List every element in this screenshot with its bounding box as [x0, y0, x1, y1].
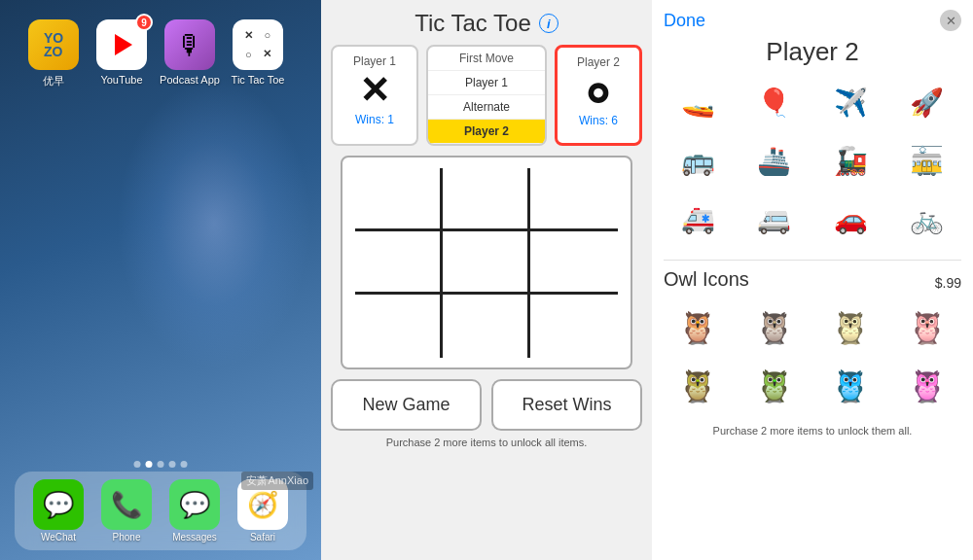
owl-section-price: $.99 — [935, 275, 961, 291]
dock-messages[interactable]: 💬 Messages — [169, 479, 220, 542]
owl-section-title: Owl Icons — [664, 268, 749, 291]
player2-label: Player 2 — [577, 55, 620, 69]
dock-wechat-label: WeChat — [41, 532, 76, 542]
icon-tram[interactable]: 🚋 — [893, 135, 962, 186]
icon-balloon[interactable]: 🎈 — [740, 77, 810, 127]
icon-ambulance[interactable]: 🚑 — [664, 193, 733, 244]
icon-van[interactable]: 🚐 — [740, 193, 810, 244]
cell-5[interactable] — [530, 231, 618, 295]
cell-2[interactable] — [530, 168, 618, 231]
cell-1[interactable] — [443, 168, 530, 231]
dot-5 — [181, 461, 188, 468]
cell-8[interactable] — [530, 295, 618, 358]
dock-safari-label: Safari — [250, 532, 275, 542]
first-move-title: First Move — [428, 47, 545, 71]
icon-boat[interactable]: 🚤 — [664, 77, 733, 127]
youtube-badge: 9 — [135, 14, 153, 31]
fm-player1-option[interactable]: Player 1 — [428, 71, 545, 95]
player2-wins: Wins: 6 — [579, 114, 618, 127]
owl-3[interactable]: 🦉 — [816, 302, 885, 353]
player1-box[interactable]: Player 1 ✕ Wins: 1 — [331, 45, 418, 146]
dock-phone-label: Phone — [113, 532, 141, 542]
game-board[interactable] — [355, 168, 618, 358]
watermark: 安萧AnnXiao — [241, 472, 313, 490]
purchase-text-game: Purchase 2 more items to unlock all item… — [386, 437, 588, 448]
purchase-text-picker: Purchase 2 more items to unlock them all… — [664, 425, 961, 437]
info-icon[interactable]: i — [539, 14, 559, 33]
icon-plane[interactable]: ✈️ — [816, 77, 885, 127]
icon-train[interactable]: 🚂 — [816, 135, 885, 186]
transport-icon-grid: 🚤 🎈 ✈️ 🚀 🚌 🚢 🚂 🚋 🚑 🚐 🚗 🚲 — [664, 77, 961, 244]
cell-7[interactable] — [443, 295, 530, 358]
player1-label: Player 1 — [353, 54, 396, 68]
done-button[interactable]: Done — [664, 11, 705, 31]
dot-4 — [169, 461, 176, 468]
reset-wins-button[interactable]: Reset Wins — [491, 379, 642, 431]
owl-4[interactable]: 🦉 — [893, 302, 962, 353]
icon-bike[interactable]: 🚲 — [893, 193, 962, 244]
player2-box[interactable]: Player 2 ○ Wins: 6 — [555, 45, 642, 146]
icon-bus[interactable]: 🚌 — [664, 135, 733, 186]
app-youtube-label: YouTube — [100, 74, 142, 86]
app-yozo-label: 优早 — [43, 74, 64, 88]
dot-3 — [158, 461, 164, 468]
player1-wins: Wins: 1 — [355, 113, 394, 126]
app-podcast-label: Podcast App — [160, 74, 220, 86]
app-yozo[interactable]: YOZO 优早 — [19, 19, 88, 102]
app-grid: YOZO 优早 9 YouTube 🎙 Podcast App ✕ ○ ○ — [19, 19, 292, 102]
owl-2[interactable]: 🦉 — [740, 302, 810, 353]
fm-player2-option[interactable]: Player 2 — [428, 120, 545, 144]
dot-1 — [134, 461, 141, 468]
cell-6[interactable] — [355, 295, 443, 358]
icon-ship[interactable]: 🚢 — [740, 135, 810, 186]
separator-1 — [664, 260, 961, 261]
app-youtube[interactable]: 9 YouTube — [88, 19, 156, 102]
youtube-play-icon — [115, 34, 132, 55]
picker-header: Done ✕ — [664, 10, 961, 31]
cell-4[interactable] — [443, 231, 530, 295]
dot-2 — [146, 461, 153, 468]
first-move-box: First Move Player 1 Alternate Player 2 — [426, 45, 547, 146]
player2-symbol: ○ — [588, 73, 610, 110]
icon-rocket[interactable]: 🚀 — [893, 77, 962, 127]
game-panel: Tic Tac Toe i Player 1 ✕ Wins: 1 First M… — [321, 0, 652, 560]
podcast-icon: 🎙 — [176, 29, 203, 61]
owl-1[interactable]: 🦉 — [664, 302, 733, 353]
game-title-row: Tic Tac Toe i — [414, 10, 559, 37]
fm-alternate-option[interactable]: Alternate — [428, 95, 545, 120]
icon-picker-panel: Done ✕ Player 2 🚤 🎈 ✈️ 🚀 🚌 🚢 🚂 🚋 🚑 🚐 🚗 🚲… — [652, 0, 973, 560]
cell-3[interactable] — [355, 231, 443, 295]
app-podcast[interactable]: 🎙 Podcast App — [156, 19, 224, 102]
owl-7[interactable]: 🦉 — [816, 361, 885, 411]
game-button-row: New Game Reset Wins — [331, 379, 642, 431]
dock-phone[interactable]: 📞 Phone — [101, 479, 152, 542]
game-title: Tic Tac Toe — [414, 10, 531, 37]
app-ttt-label: Tic Tac Toe — [232, 74, 285, 86]
owl-5[interactable]: 🦉 — [664, 361, 733, 411]
player1-symbol: ✕ — [359, 72, 390, 109]
new-game-button[interactable]: New Game — [331, 379, 482, 431]
game-board-wrapper — [341, 156, 632, 369]
icon-car[interactable]: 🚗 — [816, 193, 885, 244]
owl-icon-grid: 🦉 🦉 🦉 🦉 🦉 🦉 🦉 🦉 — [664, 302, 961, 411]
close-button[interactable]: ✕ — [940, 10, 961, 31]
dock-messages-label: Messages — [172, 532, 217, 542]
player-row: Player 1 ✕ Wins: 1 First Move Player 1 A… — [331, 45, 642, 146]
cell-0[interactable] — [355, 168, 443, 231]
picker-player2-title: Player 2 — [664, 37, 961, 67]
dock-wechat[interactable]: 💬 WeChat — [33, 479, 84, 542]
page-dots — [134, 461, 188, 468]
owl-6[interactable]: 🦉 — [740, 361, 810, 411]
app-tictactoe[interactable]: ✕ ○ ○ ✕ Tic Tac Toe — [224, 19, 292, 102]
owl-8[interactable]: 🦉 — [893, 361, 962, 411]
homescreen-panel: YOZO 优早 9 YouTube 🎙 Podcast App ✕ ○ ○ — [0, 0, 321, 560]
